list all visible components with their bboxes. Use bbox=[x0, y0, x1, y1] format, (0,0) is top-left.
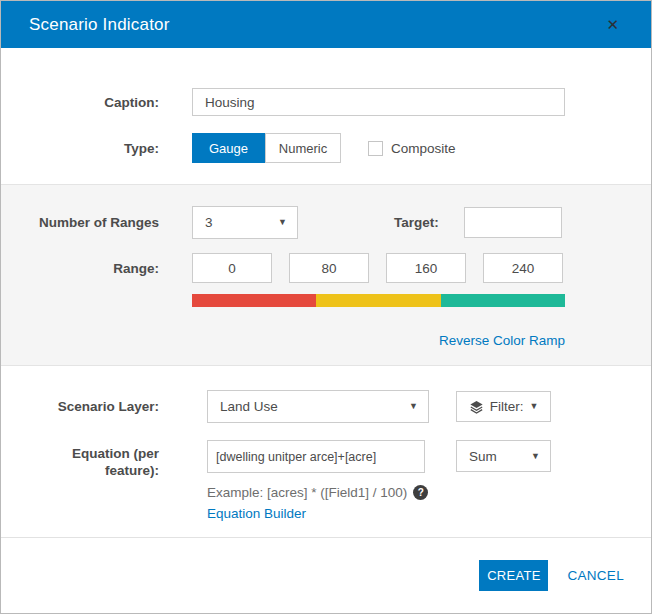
aggregation-select[interactable]: Sum ▼ bbox=[456, 440, 551, 472]
equation-input[interactable] bbox=[207, 440, 425, 473]
range-input-2[interactable] bbox=[289, 253, 369, 283]
range-label: Range: bbox=[1, 261, 159, 276]
caption-label: Caption: bbox=[1, 95, 159, 110]
range-input-4[interactable] bbox=[483, 253, 563, 283]
close-icon[interactable]: ✕ bbox=[606, 17, 619, 32]
caption-input[interactable] bbox=[192, 88, 565, 116]
reverse-ramp-row: Reverse Color Ramp bbox=[192, 331, 565, 349]
type-numeric-button[interactable]: Numeric bbox=[265, 133, 341, 163]
ramp-segment-green bbox=[441, 294, 565, 307]
layers-icon bbox=[469, 400, 484, 414]
caption-row: Caption: bbox=[1, 88, 651, 116]
range-input-3[interactable] bbox=[386, 253, 466, 283]
scenario-layer-row: Scenario Layer: Land Use ▼ Filter: ▼ bbox=[1, 390, 651, 423]
create-button[interactable]: CREATE bbox=[479, 560, 548, 591]
chevron-down-icon: ▼ bbox=[409, 402, 418, 411]
scenario-indicator-dialog: Scenario Indicator ✕ Caption: Type: Gaug… bbox=[0, 0, 652, 614]
number-of-ranges-select[interactable]: 3 ▼ bbox=[192, 206, 298, 239]
type-row: Type: Gauge Numeric Composite bbox=[1, 133, 651, 163]
dialog-title: Scenario Indicator bbox=[29, 15, 606, 35]
aggregation-value: Sum bbox=[469, 449, 497, 464]
equation-label-line2: feature): bbox=[105, 463, 159, 478]
type-label: Type: bbox=[1, 141, 159, 156]
range-row: Range: bbox=[1, 253, 651, 283]
chevron-down-icon: ▼ bbox=[529, 402, 538, 411]
type-toggle-group: Gauge Numeric bbox=[192, 133, 341, 163]
general-section: Caption: Type: Gauge Numeric Composite bbox=[1, 48, 651, 184]
scenario-layer-select[interactable]: Land Use ▼ bbox=[207, 390, 429, 423]
equation-label: Equation (per feature): bbox=[1, 440, 159, 479]
dialog-header: Scenario Indicator ✕ bbox=[1, 1, 651, 48]
scenario-layer-value: Land Use bbox=[220, 399, 278, 414]
type-gauge-button[interactable]: Gauge bbox=[192, 133, 265, 163]
ramp-segment-yellow bbox=[316, 294, 440, 307]
equation-example-text: Example: [acres] * ([Field1] / 100) bbox=[207, 485, 407, 500]
cancel-button[interactable]: CANCEL bbox=[567, 568, 624, 583]
help-icon[interactable]: ? bbox=[413, 485, 428, 500]
equation-label-line1: Equation (per bbox=[72, 446, 159, 461]
filter-button-label: Filter: bbox=[490, 399, 524, 414]
equation-example-row: Example: [acres] * ([Field1] / 100) ? bbox=[207, 485, 651, 500]
target-label: Target: bbox=[394, 215, 439, 230]
equation-row: Equation (per feature): Sum ▼ bbox=[1, 440, 651, 479]
equation-builder-row: Equation Builder bbox=[207, 504, 651, 522]
filter-button[interactable]: Filter: ▼ bbox=[456, 391, 551, 422]
layer-equation-section: Scenario Layer: Land Use ▼ Filter: ▼ bbox=[1, 366, 651, 537]
chevron-down-icon: ▼ bbox=[531, 452, 540, 461]
ramp-segment-red bbox=[192, 294, 316, 307]
composite-checkbox[interactable] bbox=[368, 141, 383, 156]
ranges-section: Number of Ranges 3 ▼ Target: Range: Reve… bbox=[1, 184, 651, 366]
reverse-color-ramp-link[interactable]: Reverse Color Ramp bbox=[439, 333, 565, 348]
dialog-footer: CREATE CANCEL bbox=[1, 537, 651, 613]
scenario-layer-label: Scenario Layer: bbox=[1, 399, 159, 414]
equation-builder-link[interactable]: Equation Builder bbox=[207, 506, 306, 521]
composite-label: Composite bbox=[391, 141, 456, 156]
number-of-ranges-label: Number of Ranges bbox=[1, 215, 159, 230]
color-ramp bbox=[192, 294, 565, 307]
target-input[interactable] bbox=[464, 207, 562, 238]
number-of-ranges-value: 3 bbox=[205, 215, 213, 230]
number-of-ranges-row: Number of Ranges 3 ▼ Target: bbox=[1, 206, 651, 239]
range-input-1[interactable] bbox=[192, 253, 272, 283]
chevron-down-icon: ▼ bbox=[278, 218, 287, 227]
